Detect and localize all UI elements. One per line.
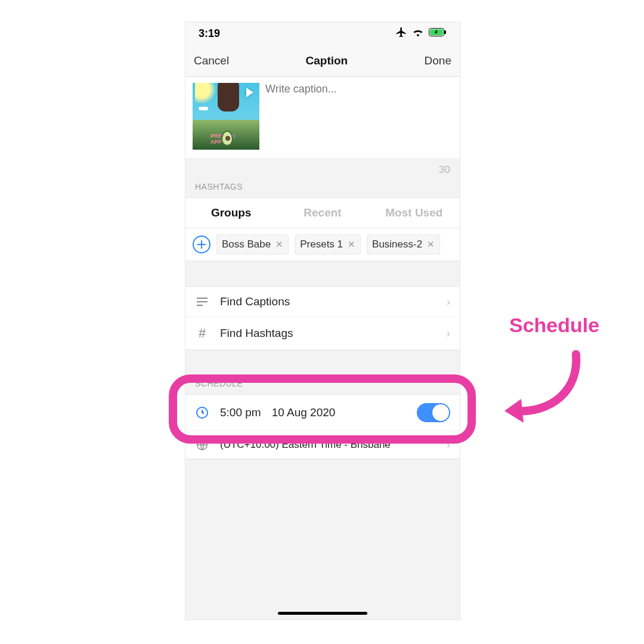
schedule-section-label: SCHEDULE [185,375,460,394]
schedule-date: 10 Aug 2020 [272,406,336,419]
chip-label: Business-2 [372,239,422,250]
hashtag-chip[interactable]: Boss Babe ✕ [216,234,289,255]
add-hashtag-group-button[interactable] [193,236,210,253]
hashtag-chip-row: Boss Babe ✕ Presets 1 ✕ Business-2 ✕ [185,228,460,261]
nav-title: Caption [306,54,348,67]
home-indicator [278,612,367,615]
annotation-arrow-icon [499,342,588,432]
caption-area: PREVIEW APP [185,77,460,158]
tab-recent[interactable]: Recent [277,198,368,228]
clock-icon [195,405,209,420]
timezone-row[interactable]: (UTC+10:00) Eastern Time - Brisbane › [185,431,460,459]
chip-remove-icon[interactable]: ✕ [275,239,283,250]
nav-bar: Cancel Caption Done [185,45,460,77]
timezone-label: (UTC+10:00) Eastern Time - Brisbane [220,439,436,451]
hash-icon: # [195,326,209,341]
play-icon [246,88,253,97]
chip-remove-icon[interactable]: ✕ [348,239,355,250]
battery-charging-icon [429,28,447,39]
text-lines-icon [195,297,209,306]
caption-count: 30 [185,158,460,178]
hashtag-tabs: Groups Recent Most Used [185,197,460,228]
schedule-datetime-row[interactable]: 5:00 pm 10 Aug 2020 [185,395,460,431]
chip-label: Presets 1 [300,239,343,250]
tab-most-used[interactable]: Most Used [369,198,460,228]
caption-input[interactable] [265,83,453,150]
phone-frame: 3:19 Cancel Caption Done PREVIEW APP 30 [185,21,460,620]
chip-label: Boss Babe [222,239,271,250]
cancel-button[interactable]: Cancel [194,54,229,67]
row-label: Find Captions [220,295,436,308]
chevron-right-icon: › [447,296,450,308]
hashtag-chip[interactable]: Presets 1 ✕ [295,234,361,255]
find-hashtags-row[interactable]: # Find Hashtags › [185,317,460,349]
done-button[interactable]: Done [425,54,451,67]
wifi-icon [412,27,424,39]
status-bar: 3:19 [185,22,460,45]
schedule-time: 5:00 pm [220,406,261,419]
chevron-right-icon: › [447,439,450,451]
media-thumbnail[interactable]: PREVIEW APP [193,83,259,150]
find-captions-row[interactable]: Find Captions › [185,287,460,317]
airplane-mode-icon [395,26,407,41]
schedule-toggle[interactable] [417,403,450,422]
globe-icon [195,438,209,451]
status-icons [395,26,447,41]
hashtag-chip[interactable]: Business-2 ✕ [367,234,440,255]
chevron-right-icon: › [447,327,450,340]
svg-rect-1 [444,30,446,34]
schedule-block: 5:00 pm 10 Aug 2020 (UTC+10:00) Eastern … [185,394,460,459]
tab-groups[interactable]: Groups [185,198,277,228]
row-label: Find Hashtags [220,327,436,340]
hashtags-section-label: HASHTAGS [185,178,460,197]
annotation-label: Schedule [509,314,599,337]
tools-list: Find Captions › # Find Hashtags › [185,286,460,350]
status-time: 3:19 [199,27,220,40]
chip-remove-icon[interactable]: ✕ [427,239,435,250]
